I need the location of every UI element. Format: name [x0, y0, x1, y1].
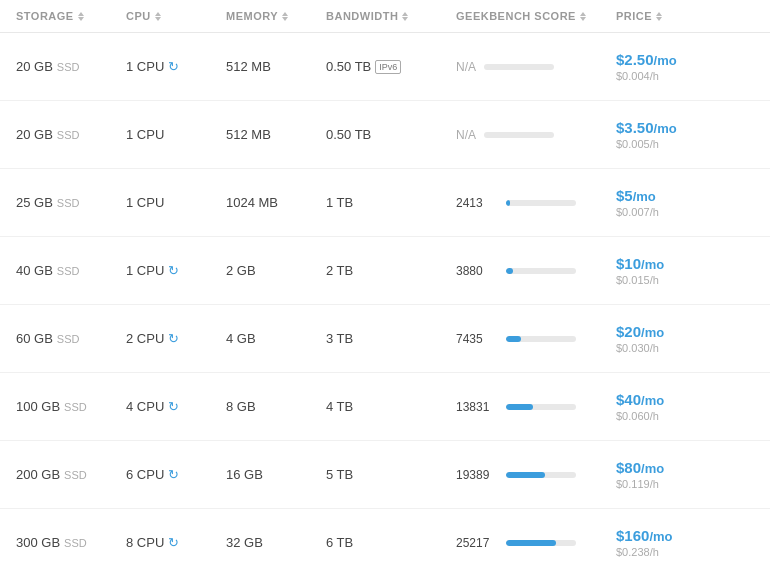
score-bar-bg [506, 404, 576, 410]
cpu-performance-icon: ↻ [168, 59, 179, 74]
bandwidth-value: 0.50 TB [326, 59, 371, 74]
cpu-performance-icon: ↻ [168, 399, 179, 414]
col-label-cpu: CPU [126, 10, 151, 22]
expand-cell[interactable]: › [736, 462, 770, 488]
geekbench-score: 19389 [456, 468, 498, 482]
table-row[interactable]: 20 GB SSD 1 CPU ↻ 512 MB 0.50 TB IPv6 N/… [0, 33, 770, 101]
cpu-cell: 1 CPU ↻ [126, 59, 226, 74]
storage-value: 25 GB [16, 195, 53, 210]
col-header-cpu[interactable]: CPU [126, 10, 226, 22]
geekbench-score: 2413 [456, 196, 498, 210]
expand-cell[interactable]: › [736, 394, 770, 420]
geekbench-cell: N/A [456, 128, 616, 142]
sort-icon-cpu [155, 12, 161, 21]
memory-cell: 8 GB [226, 399, 326, 414]
table-row[interactable]: 300 GB SSD 8 CPU ↻ 32 GB 6 TB 25217 $160… [0, 509, 770, 563]
pricing-table: STORAGE CPU MEMORY BANDWIDTH [0, 0, 770, 563]
storage-type: SSD [64, 469, 87, 481]
cpu-performance-icon: ↻ [168, 535, 179, 550]
memory-cell: 2 GB [226, 263, 326, 278]
storage-cell: 100 GB SSD [16, 399, 126, 414]
cpu-cell: 1 CPU ↻ [126, 263, 226, 278]
score-bar-bg [506, 472, 576, 478]
bandwidth-value: 1 TB [326, 195, 353, 210]
expand-cell[interactable]: › [736, 122, 770, 148]
cpu-value: 4 CPU [126, 399, 164, 414]
score-bar-fill [506, 540, 556, 546]
table-row[interactable]: 25 GB SSD 1 CPU 1024 MB 1 TB 2413 $5/mo [0, 169, 770, 237]
memory-value: 512 MB [226, 127, 271, 142]
storage-value: 60 GB [16, 331, 53, 346]
bandwidth-value: 0.50 TB [326, 127, 371, 142]
price-cell: $5/mo $0.007/h [616, 187, 736, 218]
geekbench-cell: 3880 [456, 264, 616, 278]
score-bar-fill [506, 200, 510, 206]
price-monthly: $80/mo [616, 459, 736, 476]
expand-cell[interactable]: › [736, 258, 770, 284]
geekbench-score: 13831 [456, 400, 498, 414]
geekbench-na: N/A [456, 60, 476, 74]
sort-icon-memory [282, 12, 288, 21]
expand-cell[interactable]: › [736, 326, 770, 352]
memory-value: 16 GB [226, 467, 263, 482]
memory-value: 2 GB [226, 263, 256, 278]
cpu-cell: 1 CPU [126, 195, 226, 210]
price-monthly-num: $160 [616, 527, 649, 544]
score-bar-bg [506, 336, 576, 342]
col-header-geekbench[interactable]: GEEKBENCH SCORE [456, 10, 616, 22]
table-row[interactable]: 20 GB SSD 1 CPU 512 MB 0.50 TB N/A $3.50… [0, 101, 770, 169]
expand-cell[interactable]: › [736, 190, 770, 216]
geekbench-cell: 2413 [456, 196, 616, 210]
price-hourly: $0.238/h [616, 546, 736, 558]
memory-value: 1024 MB [226, 195, 278, 210]
cpu-value: 1 CPU [126, 59, 164, 74]
price-monthly-label: /mo [641, 393, 664, 408]
storage-value: 20 GB [16, 59, 53, 74]
score-bar-fill [506, 336, 521, 342]
score-bar-bg [506, 540, 576, 546]
table-row[interactable]: 200 GB SSD 6 CPU ↻ 16 GB 5 TB 19389 $80/… [0, 441, 770, 509]
bandwidth-cell: 2 TB [326, 263, 456, 278]
price-hourly: $0.005/h [616, 138, 736, 150]
table-row[interactable]: 60 GB SSD 2 CPU ↻ 4 GB 3 TB 7435 $20/mo … [0, 305, 770, 373]
geekbench-cell: 19389 [456, 468, 616, 482]
col-label-memory: MEMORY [226, 10, 278, 22]
bandwidth-value: 2 TB [326, 263, 353, 278]
bandwidth-cell: 5 TB [326, 467, 456, 482]
memory-value: 4 GB [226, 331, 256, 346]
price-cell: $10/mo $0.015/h [616, 255, 736, 286]
table-row[interactable]: 100 GB SSD 4 CPU ↻ 8 GB 4 TB 13831 $40/m… [0, 373, 770, 441]
bandwidth-cell: 6 TB [326, 535, 456, 550]
score-bar-fill [506, 404, 533, 410]
bandwidth-cell: 3 TB [326, 331, 456, 346]
col-header-memory[interactable]: MEMORY [226, 10, 326, 22]
geekbench-cell: 7435 [456, 332, 616, 346]
cpu-cell: 4 CPU ↻ [126, 399, 226, 414]
col-label-storage: STORAGE [16, 10, 74, 22]
price-monthly-num: $80 [616, 459, 641, 476]
storage-cell: 20 GB SSD [16, 59, 126, 74]
storage-value: 200 GB [16, 467, 60, 482]
price-monthly: $20/mo [616, 323, 736, 340]
cpu-cell: 2 CPU ↻ [126, 331, 226, 346]
col-header-price[interactable]: PRICE [616, 10, 736, 22]
memory-cell: 512 MB [226, 127, 326, 142]
expand-cell[interactable]: › [736, 54, 770, 80]
col-header-storage[interactable]: STORAGE [16, 10, 126, 22]
price-monthly-num: $10 [616, 255, 641, 272]
price-monthly-num: $2.50 [616, 51, 654, 68]
storage-type: SSD [64, 537, 87, 549]
geekbench-cell: 13831 [456, 400, 616, 414]
expand-cell[interactable]: › [736, 530, 770, 556]
cpu-value: 8 CPU [126, 535, 164, 550]
price-hourly: $0.060/h [616, 410, 736, 422]
price-monthly-num: $20 [616, 323, 641, 340]
storage-type: SSD [57, 265, 80, 277]
table-row[interactable]: 40 GB SSD 1 CPU ↻ 2 GB 2 TB 3880 $10/mo … [0, 237, 770, 305]
table-rows: 20 GB SSD 1 CPU ↻ 512 MB 0.50 TB IPv6 N/… [0, 33, 770, 563]
storage-type: SSD [57, 333, 80, 345]
col-header-bandwidth[interactable]: BANDWIDTH [326, 10, 456, 22]
price-monthly-num: $3.50 [616, 119, 654, 136]
cpu-performance-icon: ↻ [168, 263, 179, 278]
cpu-performance-icon: ↻ [168, 467, 179, 482]
